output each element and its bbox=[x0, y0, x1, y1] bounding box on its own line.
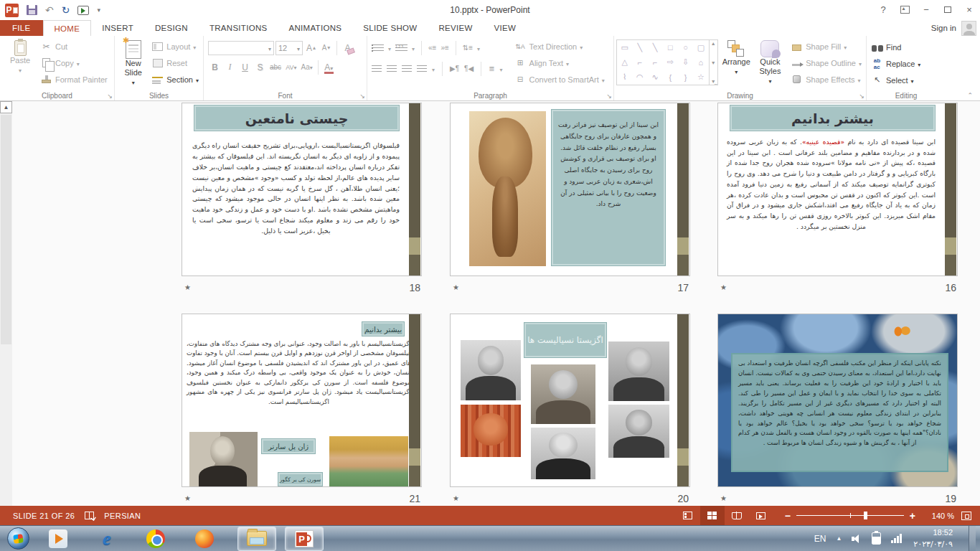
show-desktop-button[interactable] bbox=[969, 526, 976, 551]
shapes-more-icon[interactable]: ▼̲ bbox=[711, 79, 716, 84]
bullets-icon[interactable] bbox=[372, 44, 384, 52]
taskbar-firefox-button[interactable] bbox=[189, 527, 220, 551]
tab-slide-show[interactable]: SLIDE SHOW bbox=[352, 20, 428, 36]
shapes-scroll-up-icon[interactable]: ▲ bbox=[711, 41, 716, 46]
align-center-icon[interactable] bbox=[387, 65, 397, 72]
save-icon[interactable] bbox=[27, 5, 37, 15]
animation-star-icon[interactable] bbox=[720, 494, 727, 502]
slide-thumbnail-20[interactable]: اگزیستا نسیالیست ها bbox=[450, 314, 690, 487]
align-text-button[interactable]: ⊞Align Text bbox=[512, 55, 607, 71]
reset-button[interactable]: Reset bbox=[149, 55, 201, 71]
justify-caret-icon[interactable] bbox=[432, 65, 435, 73]
taskbar-internet-explorer-button[interactable]: e bbox=[91, 527, 123, 551]
start-from-beginning-icon[interactable] bbox=[77, 6, 89, 15]
animation-star-icon[interactable] bbox=[184, 494, 191, 502]
language-tray-indicator[interactable]: EN bbox=[814, 534, 826, 544]
slide-thumbnail-19[interactable]: نکته پایانی اینکه از منظر این مکتب فلسفی… bbox=[717, 314, 958, 487]
section-button[interactable]: Section bbox=[149, 71, 201, 88]
scrollbar-thumb[interactable] bbox=[1, 115, 11, 344]
format-painter-button[interactable]: Format Painter bbox=[38, 71, 110, 88]
clipboard-dialog-launcher-icon[interactable]: ↘ bbox=[107, 93, 113, 100]
slide-sorter-view-button[interactable] bbox=[700, 506, 725, 525]
quick-styles-button[interactable]: Quick Styles bbox=[755, 38, 786, 88]
hidden-icons-arrow-icon[interactable]: ▲ bbox=[836, 535, 842, 542]
taskbar-powerpoint-button[interactable] bbox=[285, 527, 324, 551]
layout-button[interactable]: Layout bbox=[149, 38, 201, 55]
tab-home[interactable]: HOME bbox=[43, 20, 92, 36]
justify-icon[interactable] bbox=[417, 65, 427, 72]
taskbar-file-explorer-button[interactable] bbox=[237, 527, 276, 551]
zoom-slider[interactable] bbox=[796, 511, 904, 520]
shapes-scroll-down-icon[interactable]: ▼ bbox=[711, 60, 716, 65]
ribbon-display-options-button[interactable] bbox=[894, 0, 915, 19]
tab-insert[interactable]: INSERT bbox=[91, 20, 144, 36]
help-button[interactable]: ? bbox=[872, 0, 894, 19]
tab-design[interactable]: DESIGN bbox=[144, 20, 199, 36]
shapes-gallery[interactable]: ▭╲╲□○▢ △⌐⌐⇨⇩⌂ ⌇◠∿{}☆ bbox=[616, 39, 710, 85]
powerpoint-logo-icon[interactable]: P bbox=[5, 4, 19, 17]
line-spacing-icon[interactable]: ⇅≡ bbox=[463, 44, 473, 52]
font-color-button[interactable]: A bbox=[322, 60, 336, 75]
normal-view-button[interactable] bbox=[676, 506, 700, 525]
columns-icon[interactable]: ≣ bbox=[489, 65, 494, 72]
undo-icon[interactable]: ↶ bbox=[45, 5, 54, 15]
vertical-scrollbar[interactable]: ▲ bbox=[0, 101, 12, 506]
bold-button[interactable]: B bbox=[208, 60, 222, 75]
rtl-direction-icon[interactable]: ¶◀ bbox=[464, 65, 473, 72]
animation-star-icon[interactable] bbox=[453, 283, 459, 291]
paste-button[interactable]: Paste bbox=[2, 38, 38, 90]
language-indicator[interactable]: PERSIAN bbox=[104, 512, 141, 520]
italic-button[interactable]: I bbox=[223, 60, 237, 75]
align-right-icon[interactable] bbox=[402, 65, 412, 72]
scroll-up-button[interactable]: ▲ bbox=[0, 101, 12, 113]
taskbar-media-player-button[interactable] bbox=[42, 527, 74, 551]
tab-view[interactable]: VIEW bbox=[484, 20, 527, 36]
shape-effects-button[interactable]: Shape Effects bbox=[788, 71, 864, 88]
clock[interactable]: 18:52 ۲۰۲۳/۰۳/۰۹ bbox=[913, 527, 953, 550]
tab-file[interactable]: FILE bbox=[0, 20, 43, 36]
customize-qat-caret-icon[interactable]: ▾ bbox=[97, 6, 100, 14]
arrange-button[interactable]: Arrange bbox=[718, 38, 755, 88]
line-spacing-caret-icon[interactable] bbox=[477, 44, 480, 52]
tab-animations[interactable]: ANIMATIONS bbox=[278, 20, 353, 36]
drawing-dialog-launcher-icon[interactable]: ↘ bbox=[859, 93, 864, 100]
find-button[interactable]: Find bbox=[869, 39, 943, 55]
text-shadow-button[interactable]: S bbox=[253, 60, 267, 75]
new-slide-button[interactable]: New Slide bbox=[117, 38, 149, 90]
replace-button[interactable]: abacReplace bbox=[869, 55, 943, 72]
underline-button[interactable]: U bbox=[238, 60, 252, 75]
taskbar-chrome-button[interactable] bbox=[140, 527, 171, 551]
font-name-combo[interactable] bbox=[208, 41, 274, 55]
decrease-indent-icon[interactable]: «≡ bbox=[428, 44, 436, 52]
zoom-slider-thumb[interactable] bbox=[864, 512, 867, 519]
close-button[interactable]: × bbox=[958, 0, 980, 19]
align-left-icon[interactable] bbox=[372, 65, 382, 72]
fit-to-window-icon[interactable] bbox=[961, 512, 971, 520]
slide-thumbnail-16[interactable]: بیشتر بدانیم ابن سینا قصیده ای دارد به ن… bbox=[717, 103, 958, 276]
grow-font-button[interactable]: A▴ bbox=[304, 41, 318, 55]
numbering-icon[interactable] bbox=[395, 44, 407, 52]
zoom-in-button[interactable]: + bbox=[910, 510, 915, 522]
collapse-ribbon-icon[interactable]: ⌃ bbox=[967, 92, 973, 99]
cut-button[interactable]: ✂Cut bbox=[38, 38, 110, 55]
battery-icon[interactable] bbox=[872, 532, 881, 545]
columns-caret-icon[interactable] bbox=[500, 65, 503, 73]
slide-thumbnail-18[interactable]: چیستی نامتعین فیلسوفان اگزیستانسیالیست ،… bbox=[182, 103, 422, 276]
shape-fill-button[interactable]: Shape Fill bbox=[788, 38, 864, 55]
slide-thumbnail-21[interactable]: بیشتر بدانیم اگزیستانسیالیسم با باور به … bbox=[182, 314, 422, 487]
slide-thumbnail-17[interactable]: ابن سینا از این توصیف نیز فراتر رفت و هم… bbox=[450, 103, 690, 276]
font-size-combo[interactable]: 12 bbox=[275, 41, 303, 55]
animation-star-icon[interactable] bbox=[720, 283, 727, 291]
network-signal-icon[interactable] bbox=[891, 534, 903, 543]
select-button[interactable]: ↖Select bbox=[869, 72, 943, 88]
character-spacing-button[interactable]: AV bbox=[284, 60, 298, 75]
text-direction-button[interactable]: ⇅AText Direction bbox=[512, 38, 607, 55]
restore-button[interactable] bbox=[937, 0, 958, 19]
zoom-out-button[interactable]: − bbox=[785, 510, 791, 522]
clear-formatting-button[interactable]: A bbox=[341, 41, 354, 55]
sign-in[interactable]: Sign in bbox=[931, 20, 980, 36]
change-case-button[interactable]: Aa bbox=[299, 60, 314, 75]
increase-indent-icon[interactable]: »≡ bbox=[440, 44, 448, 52]
minimize-button[interactable]: − bbox=[915, 0, 937, 19]
tab-transitions[interactable]: TRANSITIONS bbox=[199, 20, 278, 36]
